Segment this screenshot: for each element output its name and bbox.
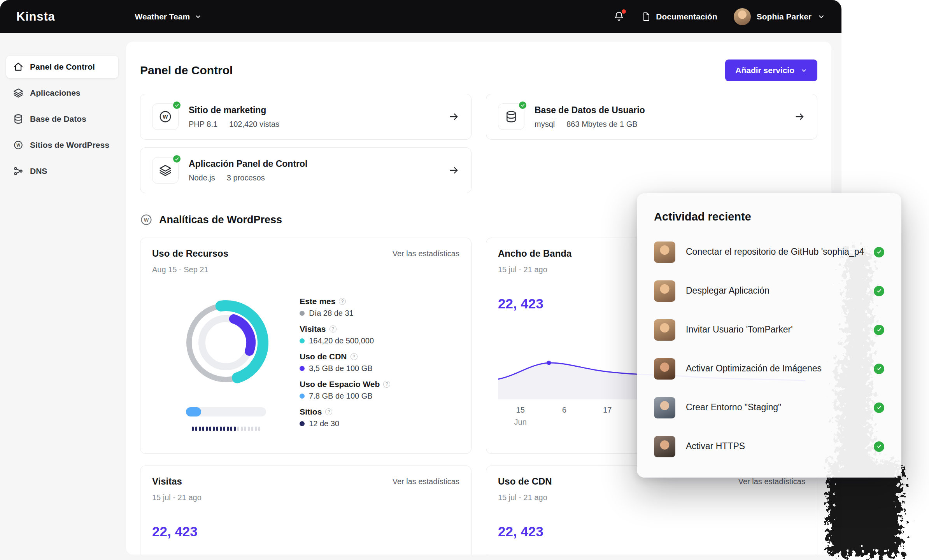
help-icon[interactable]: ? (330, 326, 337, 332)
storage-progress-fill (186, 407, 201, 416)
documentation-link[interactable]: Documentación (642, 12, 717, 22)
team-selector[interactable]: Weather Team (135, 12, 202, 21)
recent-activity-popup: Actividad reciente Conectar el repositor… (637, 193, 901, 478)
sidebar-item-label: Sitios de WordPress (30, 140, 109, 150)
team-name: Weather Team (135, 12, 190, 21)
legend-item-sitios: Sitios ? 12 de 30 (300, 407, 459, 428)
add-service-label: Añadir servicio (735, 66, 794, 75)
sidebar-item-panel-de-control[interactable]: Panel de Control (6, 56, 118, 78)
resources-card: Uso de Recursos Ver las estadísticas Aug… (140, 238, 472, 454)
legend-dot (300, 311, 305, 316)
wordpress-icon: W (13, 140, 23, 150)
layers-icon (13, 88, 23, 98)
check-icon (874, 325, 884, 335)
legend-value: 3,5 GB de 100 GB (309, 364, 372, 373)
activity-item-image-optimization[interactable]: Activar Optimización de Imágenes (654, 349, 884, 388)
service-info: Sitio de marketing PHP 8.1 102,420 vista… (189, 105, 279, 129)
check-icon (874, 364, 884, 374)
site-dash (234, 427, 236, 431)
arrow-right-icon[interactable] (449, 111, 459, 122)
service-info: Base de Datos de Usuario mysql 863 Mbyte… (535, 105, 645, 129)
activity-text: Activar HTTPS (686, 440, 865, 452)
service-card-aplicacion-panel-de-control[interactable]: Aplicación Panel de Control Node.js 3 pr… (140, 147, 472, 193)
legend-label: Visitas (300, 324, 326, 334)
activity-text: Activar Optimización de Imágenes (686, 362, 865, 374)
service-icon-box (498, 103, 524, 130)
legend-label: Uso de CDN (300, 352, 347, 361)
arrow-right-icon[interactable] (449, 165, 459, 176)
status-ok-badge (518, 101, 527, 110)
site-dash (206, 427, 208, 431)
topbar-actions: Documentación Sophia Parker (613, 8, 825, 25)
notification-dot (622, 9, 626, 14)
sidebar-item-sitios-de-wordpress[interactable]: W Sitios de WordPress (6, 134, 118, 156)
service-card-sitio-de-marketing[interactable]: W Sitio de marketing PHP 8.1 102,420 vis… (140, 94, 472, 140)
site-dash (258, 427, 260, 431)
site-dash (227, 427, 229, 431)
card-title: Uso de Recursos (152, 248, 228, 259)
chevron-down-icon (801, 67, 807, 74)
card-title: Uso de CDN (498, 476, 552, 487)
page-title: Panel de Control (140, 64, 233, 77)
legend-dot (300, 394, 305, 399)
view-stats-link[interactable]: Ver las estadísticas (738, 477, 805, 486)
add-service-button[interactable]: Añadir servicio (725, 60, 817, 81)
legend-label: Uso de Espacio Web (300, 380, 380, 389)
svg-text:W: W (144, 217, 149, 223)
sidebar-item-dns[interactable]: DNS (6, 160, 118, 182)
site-dash (216, 427, 218, 431)
svg-text:W: W (163, 114, 168, 120)
help-icon[interactable]: ? (383, 381, 390, 388)
kinsta-logo[interactable]: Kinsta (16, 10, 55, 24)
legend-value: Día 28 de 31 (309, 309, 354, 318)
help-icon[interactable]: ? (325, 408, 332, 415)
activity-item-invite-user[interactable]: Invitar Usuario 'TomParker' (654, 310, 884, 349)
user-menu[interactable]: Sophia Parker (734, 8, 825, 25)
date-range: 15 jul - 21 ago (498, 493, 805, 502)
notifications-button[interactable] (613, 10, 625, 23)
activity-item-deploy-app[interactable]: Desplegar Aplicación (654, 271, 884, 310)
legend-dot (300, 366, 305, 371)
resources-donut (152, 284, 300, 435)
wordpress-icon: W (159, 110, 172, 123)
activity-item-github-repo[interactable]: Conectar el repositorio de GitHub 'sophi… (654, 233, 884, 271)
help-icon[interactable]: ? (339, 298, 346, 305)
avatar (654, 397, 675, 418)
site-dash (251, 427, 253, 431)
arrow-right-icon[interactable] (794, 111, 805, 122)
sidebar-item-base-de-datos[interactable]: Base de Datos (6, 108, 118, 130)
activity-item-staging-env[interactable]: Crear Entorno "Staging" (654, 388, 884, 427)
site-dash (195, 427, 197, 431)
svg-text:W: W (16, 143, 20, 147)
site-dash (223, 427, 225, 431)
sidebar-item-label: DNS (30, 166, 47, 176)
cdn-value: 22, 423 (498, 524, 805, 539)
service-card-base-de-datos-de-usuario[interactable]: Base de Datos de Usuario mysql 863 Mbyte… (486, 94, 817, 140)
popup-title: Actividad reciente (654, 210, 884, 223)
user-name: Sophia Parker (757, 12, 812, 21)
x-tick: 15 Jun (514, 406, 527, 427)
document-icon (642, 12, 651, 22)
cdn-card: Uso de CDN Ver las estadísticas 15 jul -… (486, 466, 817, 555)
avatar (654, 242, 675, 263)
help-icon[interactable]: ? (351, 353, 358, 360)
service-title: Sitio de marketing (189, 105, 279, 116)
page-header: Panel de Control Añadir servicio (140, 60, 817, 81)
legend-label: Sitios (300, 407, 322, 416)
database-icon (13, 114, 23, 124)
sidebar-item-aplicaciones[interactable]: Aplicaciones (6, 82, 118, 104)
user-avatar (734, 8, 751, 25)
service-meta-runtime: mysql (535, 120, 555, 129)
view-stats-link[interactable]: Ver las estadísticas (393, 249, 459, 258)
legend-item-este-mes: Este mes ? Día 28 de 31 (300, 297, 459, 318)
service-cards: W Sitio de marketing PHP 8.1 102,420 vis… (140, 94, 817, 193)
documentation-label: Documentación (656, 12, 717, 21)
site-dash (241, 427, 243, 431)
check-icon (874, 247, 884, 257)
legend-item-uso-de-espacio-web: Uso de Espacio Web ? 7.8 GB de 100 GB (300, 380, 459, 401)
legend-item-uso-de-cdn: Uso de CDN ? 3,5 GB de 100 GB (300, 352, 459, 373)
x-tick: 6 (562, 406, 566, 415)
legend-label: Este mes (300, 297, 335, 306)
view-stats-link[interactable]: Ver las estadísticas (393, 477, 459, 486)
activity-item-https[interactable]: Activar HTTPS (654, 427, 884, 466)
